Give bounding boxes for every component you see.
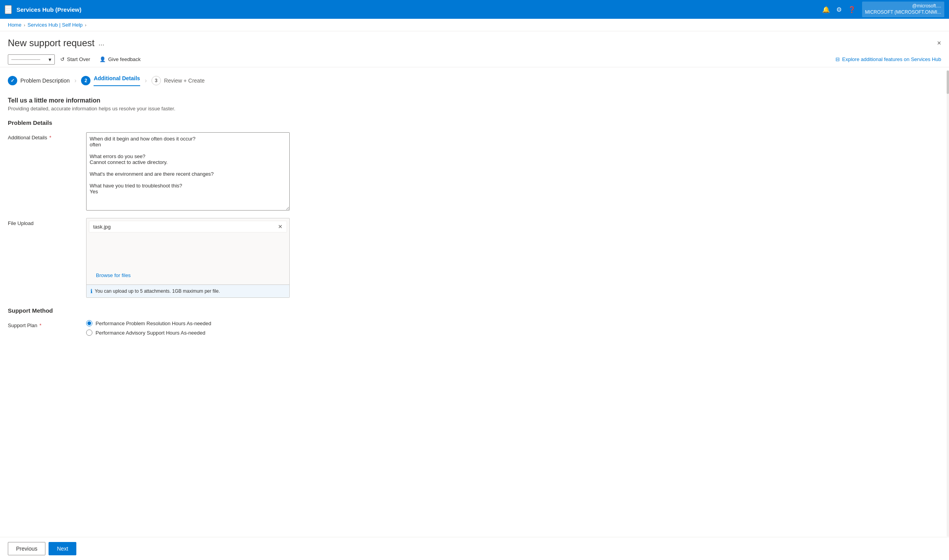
step-problem-description[interactable]: ✓ Problem Description: [8, 73, 70, 88]
support-plan-label-1[interactable]: Performance Problem Resolution Hours As-…: [96, 321, 211, 326]
support-plan-option-1: Performance Problem Resolution Hours As-…: [86, 320, 290, 326]
help-icon[interactable]: ❓: [848, 6, 856, 13]
explore-icon: ⊟: [835, 56, 840, 62]
additional-details-textarea[interactable]: When did it begin and how often does it …: [86, 132, 290, 211]
page-header: New support request ... ×: [0, 31, 949, 52]
gear-icon[interactable]: ⚙: [836, 6, 842, 13]
step-2-circle: 2: [81, 76, 90, 85]
step-1-label: Problem Description: [20, 77, 70, 84]
workspace-dropdown-value: ────────: [11, 56, 47, 62]
step-3-circle: 3: [152, 76, 161, 85]
give-feedback-button[interactable]: 👤 Give feedback: [96, 54, 144, 65]
toolbar: ──────── ▾ ↺ Start Over 👤 Give feedback …: [0, 52, 949, 67]
page-header-left: New support request ...: [8, 38, 104, 49]
file-upload-box: task.jpg ✕ Browse for files ℹ You can up…: [86, 218, 290, 298]
step-3-label: Review + Create: [164, 77, 205, 84]
step-sep-1: ›: [74, 77, 76, 84]
support-plan-row: Support Plan * Performance Problem Resol…: [8, 320, 941, 339]
support-plan-field: Performance Problem Resolution Hours As-…: [86, 320, 290, 339]
section-subtitle: Providing detailed, accurate information…: [8, 106, 941, 112]
scrollbar[interactable]: [947, 70, 949, 380]
file-remove-button[interactable]: ✕: [278, 223, 283, 230]
page-title: New support request: [8, 38, 94, 49]
start-over-label: Start Over: [67, 56, 90, 62]
file-name: task.jpg: [93, 224, 111, 230]
file-drop-area[interactable]: [87, 236, 289, 268]
additional-details-row: Additional Details * When did it begin a…: [8, 132, 941, 212]
breadcrumb-home[interactable]: Home: [8, 22, 22, 28]
additional-details-label: Additional Details *: [8, 132, 86, 140]
page-more-button[interactable]: ...: [98, 39, 104, 47]
topbar-left: ☰ Services Hub (Preview): [5, 5, 81, 14]
support-plan-radio-1[interactable]: [86, 320, 92, 326]
workspace-dropdown[interactable]: ──────── ▾: [8, 54, 55, 65]
step-2-label: Additional Details: [94, 75, 140, 86]
file-list: task.jpg ✕: [87, 218, 289, 236]
file-upload-field: task.jpg ✕ Browse for files ℹ You can up…: [86, 218, 290, 298]
file-item: task.jpg ✕: [89, 221, 287, 232]
hamburger-menu-button[interactable]: ☰: [5, 5, 12, 14]
file-upload-label: File Upload: [8, 218, 86, 226]
support-plan-required: *: [40, 322, 41, 328]
toolbar-left: ──────── ▾ ↺ Start Over 👤 Give feedback: [8, 54, 144, 65]
support-plan-option-2: Performance Advisory Support Hours As-ne…: [86, 330, 290, 336]
problem-details-section: Problem Details Additional Details * Whe…: [8, 119, 941, 298]
explore-features-link[interactable]: ⊟ Explore additional features on Service…: [835, 56, 941, 62]
step-sep-2: ›: [145, 77, 147, 84]
breadcrumb: Home › Services Hub | Self Help ›: [0, 19, 949, 31]
bell-icon[interactable]: 🔔: [822, 6, 830, 13]
topbar-right: 🔔 ⚙ ❓ @microsoft.... MICROSOFT (MICROSOF…: [822, 2, 944, 17]
problem-details-title: Problem Details: [8, 119, 941, 126]
give-feedback-label: Give feedback: [108, 56, 141, 62]
breadcrumb-selfhelp[interactable]: Services Hub | Self Help: [27, 22, 83, 28]
required-marker: *: [49, 135, 51, 140]
main-content: Tell us a little more information Provid…: [0, 89, 949, 380]
step-1-circle: ✓: [8, 76, 17, 85]
breadcrumb-sep-1: ›: [24, 23, 25, 27]
refresh-icon: ↺: [60, 56, 65, 62]
file-info-text: You can upload up to 5 attachments. 1GB …: [95, 288, 220, 294]
close-button[interactable]: ×: [937, 39, 941, 47]
support-plan-radio-2[interactable]: [86, 330, 92, 336]
additional-details-field: When did it begin and how often does it …: [86, 132, 290, 212]
steps-bar: ✓ Problem Description › 2 Additional Det…: [0, 67, 949, 89]
breadcrumb-sep-2: ›: [85, 23, 87, 27]
support-plan-label-2[interactable]: Performance Advisory Support Hours As-ne…: [96, 330, 205, 336]
step-additional-details[interactable]: 2 Additional Details: [81, 72, 140, 89]
support-method-title: Support Method: [8, 307, 941, 314]
topbar: ☰ Services Hub (Preview) 🔔 ⚙ ❓ @microsof…: [0, 0, 949, 19]
app-title: Services Hub (Preview): [16, 6, 81, 13]
step-review-create[interactable]: 3 Review + Create: [152, 73, 205, 88]
user-menu[interactable]: @microsoft.... MICROSOFT (MICROSOFT.ONMI…: [862, 2, 944, 17]
start-over-button[interactable]: ↺ Start Over: [56, 54, 94, 65]
file-upload-row: File Upload task.jpg ✕ Browse for files: [8, 218, 941, 298]
support-plan-label: Support Plan *: [8, 320, 86, 328]
feedback-icon: 👤: [99, 56, 106, 62]
browse-files-link[interactable]: Browse for files: [90, 269, 286, 281]
section-title: Tell us a little more information: [8, 97, 941, 104]
scrollbar-thumb: [947, 70, 949, 94]
support-method-section: Support Method Support Plan * Performanc…: [8, 307, 941, 339]
file-info-bar: ℹ You can upload up to 5 attachments. 1G…: [87, 285, 289, 297]
info-icon: ℹ: [90, 288, 92, 294]
explore-label: Explore additional features on Services …: [842, 56, 941, 62]
chevron-down-icon: ▾: [49, 56, 51, 63]
